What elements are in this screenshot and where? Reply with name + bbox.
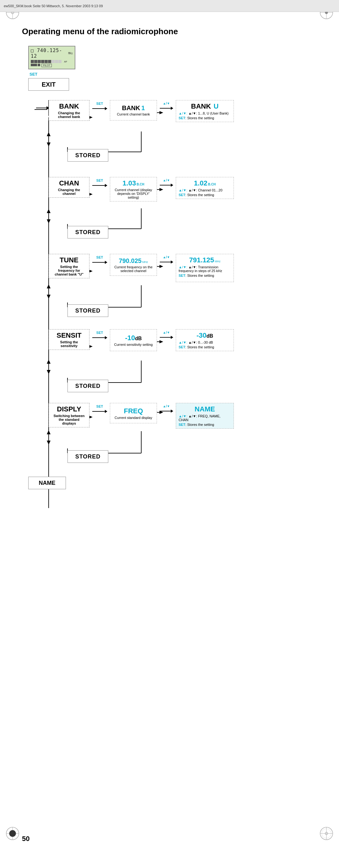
svg-marker-24 (47, 209, 51, 213)
chan102-box: 1.02 B.CH ▲/▼: ▲/▼: Channel 01...20 SET:… (176, 177, 234, 199)
lcd-active-bar2 (38, 64, 40, 66)
flow-diagram: BANK Changing the channel bank SET BANK … (22, 100, 317, 539)
bank-label: BANK (59, 102, 79, 111)
sensit-stored-area: STORED (67, 377, 108, 392)
chan-desc: Changing the channel (52, 188, 87, 195)
lcd-pilot: PILOT (41, 64, 52, 67)
tune-desc: Setting the frequency for channel bank "… (52, 265, 87, 276)
bank1-value: BANK (122, 104, 140, 112)
chan103-desc: Current channel (display depends on 'DIS… (113, 188, 154, 199)
corner-br (317, 824, 336, 843)
tune-stored-box: STORED (67, 304, 108, 317)
sensit-10-box: -10 dB Current sensitivity setting (110, 329, 157, 351)
disply-desc: Switching between the standard displays (52, 414, 87, 425)
svg-marker-30 (47, 430, 51, 434)
sensit-30-db: dB (207, 333, 213, 339)
bank-updown-arrow: ▲/▼ (157, 100, 176, 112)
svg-marker-23 (47, 143, 51, 147)
sensit-menu-box: SENSIT Setting the sensitivity (49, 329, 89, 350)
name-bottom-box: NAME (28, 477, 66, 489)
header-bar: ew500_SKM.book Seite 50 Mittwoch, 5. Nov… (0, 0, 339, 12)
lcd-active-bar (31, 64, 37, 66)
banku-bank: BANK (191, 102, 211, 110)
disply-freq-value: FREQ (124, 407, 143, 415)
tune790-box: 790.025 MHz Current frequency on the sel… (110, 254, 157, 276)
chan-stored-box: STORED (67, 226, 108, 239)
bank1-box: BANK 1 Current channel bank (110, 100, 157, 121)
sensit-spacer (22, 329, 49, 348)
chan103-bch: B.CH (136, 183, 144, 186)
tune-label: TUNE (60, 256, 79, 264)
sensit-stored-box: STORED (67, 380, 108, 392)
disply-set-arrow: SET (89, 403, 110, 414)
sensit-label: SENSIT (57, 331, 81, 340)
sensit-desc: Setting the sensitivity (52, 340, 87, 348)
svg-marker-25 (47, 219, 51, 223)
sensit-set-arrow: SET (89, 329, 110, 341)
bank-stored-area: STORED (67, 147, 108, 162)
sensit-updown-arrow: ▲/▼ (157, 329, 176, 340)
chan-spacer (22, 177, 49, 196)
disply-updown-arrow: ▲/▼ (157, 403, 176, 414)
svg-marker-31 (47, 441, 51, 445)
disply-label: DISPLY (57, 405, 81, 413)
disply-spacer (22, 403, 49, 422)
exit-box: EXIT (28, 78, 69, 91)
tune790-value: 790.025 (119, 257, 142, 265)
sensit-10-desc: Current sensitivity setting (114, 343, 153, 346)
tune791-value: 791.125 (189, 256, 214, 264)
tune791-desc1: ▲/▼: ▲/▼: Transmission frequency in step… (179, 265, 231, 273)
header-text: ew500_SKM.book Seite 50 Mittwoch, 5. Nov… (4, 4, 103, 8)
chan-row: CHAN Changing the channel SET 1.03 B.CH … (22, 177, 234, 202)
disply-row: DISPLY Switching between the standard di… (22, 403, 234, 429)
exit-label: EXIT (42, 81, 56, 88)
tune-menu-box: TUNE Setting the frequency for channel b… (49, 254, 89, 278)
svg-marker-29 (47, 370, 51, 374)
banku-set: SET: Stores the setting (179, 116, 231, 120)
corner-bl (3, 824, 22, 843)
bank1-desc: Current channel bank (117, 112, 150, 116)
tune791-box: 791.125 MHz ▲/▼: ▲/▼: Transmission frequ… (176, 254, 234, 282)
disply-menu-box: DISPLY Switching between the standard di… (49, 403, 89, 427)
bank-desc: Changing the channel bank (52, 111, 87, 119)
tune790-desc: Current frequency on the selected channe… (113, 265, 154, 273)
chan103-value: 1.03 (122, 179, 136, 187)
tune791-set: SET: Stores the setting (179, 274, 231, 277)
tune-stored-area: STORED (67, 302, 108, 317)
disply-name-desc1: ▲/▼: ▲/▼: FREQ, NAME, CHAN (179, 414, 231, 422)
svg-marker-26 (47, 284, 51, 288)
set-top-label: SET (30, 72, 317, 76)
name-bottom-area: NAME (28, 477, 66, 489)
chan102-desc1: ▲/▼: ▲/▼: Channel 01...20 (179, 188, 231, 192)
disply-name-box: NAME ▲/▼: ▲/▼: FREQ, NAME, CHAN SET: Sto… (176, 403, 234, 429)
tune791-mhz: MHz (215, 260, 221, 263)
bank-menu-box: BANK Changing the channel bank (49, 100, 89, 121)
lcd-freq: □ 740.125-12 (31, 48, 67, 59)
bank-stored-box: STORED (67, 149, 108, 162)
svg-marker-22 (47, 132, 51, 136)
sensit-row: SENSIT Setting the sensitivity SET -10 d… (22, 329, 234, 351)
bank-set-arrow: SET (89, 100, 110, 112)
bank-entry-arrow (22, 100, 49, 119)
svg-marker-27 (47, 294, 51, 299)
banku-u: U (214, 102, 219, 110)
sensit-30-desc1: ▲/▼: ▲/▼: 0...-30 dB (179, 340, 231, 344)
disply-name-set: SET: Stores the setting (179, 423, 231, 427)
banku-desc1: ▲/▼: ▲/▼: 1...8, U (User Bank) (179, 112, 231, 115)
page-title: Operating menu of the radiomicrophone (22, 27, 317, 36)
chan102-set: SET: Stores the setting (179, 193, 231, 197)
sensit-10-db: dB (135, 336, 142, 341)
chan102-bch: B.CH (208, 183, 216, 186)
lcd-bars (31, 60, 62, 63)
chan-updown-arrow: ▲/▼ (157, 177, 176, 188)
sensit-30-box: -30 dB ▲/▼: ▲/▼: 0...-30 dB SET: Stores … (176, 329, 234, 351)
svg-point-11 (9, 830, 16, 837)
bank1-number: 1 (141, 104, 145, 112)
sensit-10-value: -10 (125, 334, 135, 342)
tune-spacer (22, 254, 49, 273)
tune790-mhz: MHz (142, 260, 148, 264)
lcd-display: □ 740.125-12 MHz AF (28, 46, 75, 69)
disply-stored-box: STORED (67, 450, 108, 463)
disply-freq-box: FREQ Current standard display (110, 403, 157, 423)
disply-freq-desc: Current standard display (115, 416, 152, 420)
